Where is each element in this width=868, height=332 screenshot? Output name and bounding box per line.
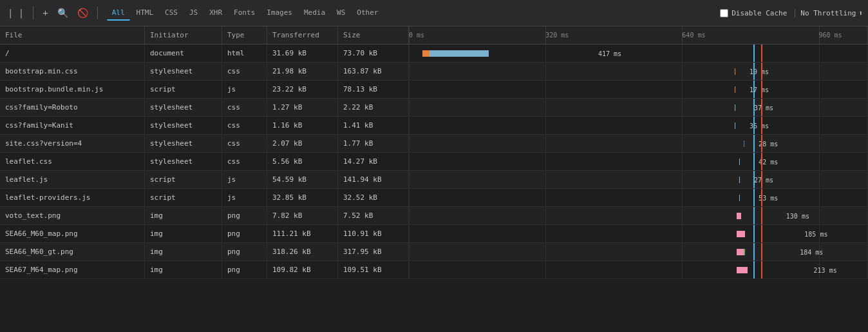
cell-waterfall: 184 ms — [409, 243, 868, 260]
cell-waterfall: 213 ms — [409, 261, 868, 278]
cell-initiator: stylesheet — [145, 99, 222, 116]
cell-file: SEA67_M64_map.png — [0, 261, 145, 278]
clear-icon[interactable]: + — [40, 6, 50, 19]
table-row[interactable]: bootstrap.bundle.min.jsscriptjs23.22 kB7… — [0, 81, 868, 99]
cell-type: js — [222, 81, 267, 98]
tab-fonts[interactable]: Fonts — [229, 6, 260, 21]
disable-cache-label: Disable Cache — [731, 9, 787, 17]
cell-type: css — [222, 63, 267, 80]
waterfall-vline — [753, 81, 755, 98]
tab-xhr[interactable]: XHR — [204, 6, 227, 21]
table-row[interactable]: leaflet-providers.jsscriptjs32.85 kB32.5… — [0, 189, 868, 207]
waterfall-bar-label: 213 ms — [813, 266, 837, 273]
cell-size: 1.77 kB — [338, 135, 409, 152]
cell-waterfall: 36 ms — [409, 117, 868, 134]
waterfall-vline — [753, 243, 755, 260]
table-row[interactable]: css?family=Kanitstylesheetcss1.16 kB1.41… — [0, 117, 868, 135]
tab-other[interactable]: Other — [352, 6, 383, 21]
table-row[interactable]: css?family=Robotostylesheetcss1.27 kB2.2… — [0, 99, 868, 117]
toolbar: | | + 🔍 🚫 AllHTMLCSSJSXHRFontsImagesMedi… — [0, 0, 868, 26]
waterfall-bar — [735, 68, 748, 75]
waterfall-vline — [761, 117, 762, 134]
waterfall-bar — [737, 267, 807, 273]
cell-initiator: stylesheet — [145, 153, 222, 170]
col-header-file[interactable]: File — [0, 26, 145, 44]
cell-file: site.css?version=4 — [0, 135, 145, 152]
col-header-type[interactable]: Type — [222, 26, 267, 44]
cell-transferred: 31.69 kB — [267, 44, 338, 62]
table-row[interactable]: SEA66_M60_gt.pngimgpng318.26 kB317.95 kB… — [0, 243, 868, 261]
waterfall-vline — [761, 243, 762, 260]
throttle-dropdown[interactable]: No Throttling ⬆ — [800, 9, 863, 17]
col-header-initiator[interactable]: Initiator — [145, 26, 222, 44]
table-row[interactable]: /documenthtml31.69 kB73.70 kB417 ms — [0, 44, 868, 63]
cell-type: css — [222, 153, 267, 170]
tab-images[interactable]: Images — [261, 6, 297, 21]
waterfall-vline — [753, 44, 755, 62]
cell-size: 7.52 kB — [338, 207, 409, 224]
waterfall-bar-label: 17 ms — [748, 86, 769, 93]
cell-initiator: script — [145, 81, 222, 98]
cell-file: css?family=Roboto — [0, 99, 145, 116]
cell-initiator: stylesheet — [145, 63, 222, 80]
waterfall-tick: 960 ms — [819, 26, 842, 44]
pause-icon[interactable]: | | — [5, 6, 26, 19]
cell-transferred: 109.82 kB — [267, 261, 338, 278]
cell-transferred: 1.27 kB — [267, 99, 338, 116]
waterfall-bar — [735, 86, 746, 93]
waterfall-vline — [761, 225, 762, 242]
cell-initiator: document — [145, 44, 222, 62]
cell-type: css — [222, 99, 267, 116]
cell-transferred: 7.82 kB — [267, 207, 338, 224]
waterfall-vline — [753, 189, 755, 206]
cell-size: 141.94 kB — [338, 171, 409, 188]
disable-cache-checkbox[interactable] — [720, 9, 728, 17]
table-row[interactable]: bootstrap.min.cssstylesheetcss21.98 kB16… — [0, 63, 868, 81]
tab-media[interactable]: Media — [299, 6, 330, 21]
tab-css[interactable]: CSS — [160, 6, 183, 21]
table-row[interactable]: leaflet.jsscriptjs54.59 kB141.94 kB27 ms — [0, 171, 868, 189]
cell-type: css — [222, 135, 267, 152]
cell-size: 73.70 kB — [338, 44, 409, 62]
toolbar-right: Disable Cache No Throttling ⬆ — [720, 9, 863, 17]
waterfall-vline — [761, 81, 762, 98]
cell-initiator: script — [145, 189, 222, 206]
table-row[interactable]: voto_text.pngimgpng7.82 kB7.52 kB130 ms — [0, 207, 868, 225]
col-header-transferred[interactable]: Transferred — [267, 26, 338, 44]
table-row[interactable]: SEA67_M64_map.pngimgpng109.82 kB109.51 k… — [0, 261, 868, 279]
waterfall-bar — [737, 231, 798, 237]
cell-transferred: 21.98 kB — [267, 63, 338, 80]
filter-icon[interactable]: 🚫 — [75, 6, 91, 19]
search-icon[interactable]: 🔍 — [55, 6, 71, 19]
waterfall-vline — [753, 171, 755, 188]
cell-waterfall: 27 ms — [409, 171, 868, 188]
tab-html[interactable]: HTML — [131, 6, 159, 21]
table-body: /documenthtml31.69 kB73.70 kB417 msboots… — [0, 44, 868, 279]
waterfall-vline — [761, 135, 762, 152]
waterfall-bar-label: 36 ms — [748, 122, 769, 129]
cell-size: 317.95 kB — [338, 243, 409, 260]
table-row[interactable]: leaflet.cssstylesheetcss5.56 kB14.27 kB4… — [0, 153, 868, 171]
waterfall-vline — [753, 99, 755, 116]
cell-transferred: 32.85 kB — [267, 189, 338, 206]
table-row[interactable]: SEA66_M60_map.pngimgpng111.21 kB110.91 k… — [0, 225, 868, 243]
tab-js[interactable]: JS — [184, 6, 203, 21]
waterfall-bar-label: 184 ms — [798, 248, 823, 255]
toolbar-separator-1 — [33, 6, 33, 19]
waterfall-bar-label: 417 ms — [597, 50, 621, 57]
cell-type: js — [222, 171, 267, 188]
waterfall-vline — [761, 171, 762, 188]
tab-all[interactable]: All — [107, 6, 130, 21]
filter-tabs: AllHTMLCSSJSXHRFontsImagesMediaWSOther — [107, 6, 384, 21]
waterfall-vline — [753, 63, 755, 80]
table-row[interactable]: site.css?version=4stylesheetcss2.07 kB1.… — [0, 135, 868, 153]
cell-file: SEA66_M60_map.png — [0, 225, 145, 242]
cell-size: 163.87 kB — [338, 63, 409, 80]
cell-initiator: img — [145, 225, 222, 242]
col-header-size[interactable]: Size — [338, 26, 409, 44]
waterfall-vline — [761, 207, 762, 224]
waterfall-bar — [422, 50, 597, 57]
cell-file: leaflet.css — [0, 153, 145, 170]
tab-ws[interactable]: WS — [332, 6, 350, 21]
waterfall-bar — [739, 177, 751, 183]
